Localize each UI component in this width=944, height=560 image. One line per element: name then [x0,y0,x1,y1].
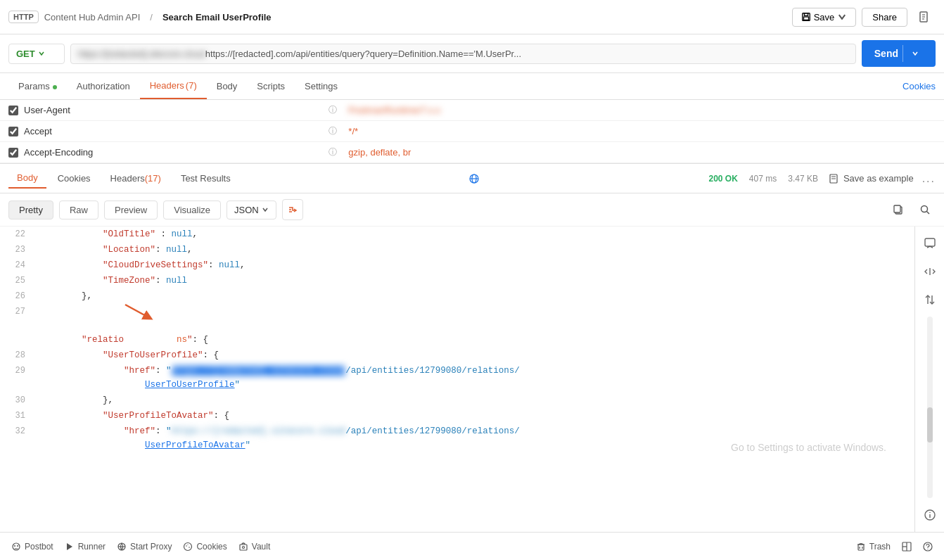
tab-headers[interactable]: Headers(7) [140,73,207,99]
svg-point-28 [17,545,18,547]
code-line-31: 31 "UserProfileToAvatar": { [0,408,914,424]
tab-settings[interactable]: Settings [295,74,347,98]
svg-point-34 [189,547,191,548]
more-options-button[interactable]: ... [922,172,936,185]
url-bar: GET https://[redacted].sitecore.cloudhtt… [0,34,944,73]
format-raw-button[interactable]: Raw [59,201,98,219]
tab-scripts[interactable]: Scripts [247,74,295,98]
vault-icon [238,542,248,552]
top-bar: HTTP Content Hub Admin API / Search Emai… [0,0,944,34]
code-line-22: 22 "OldTitle" : null, [0,227,914,242]
save-label: Save [814,12,835,23]
vault-button[interactable]: Vault [238,542,270,552]
svg-rect-1 [804,13,808,16]
sidebar-chat-icon[interactable] [919,232,941,255]
wrap-toggle-button[interactable] [282,199,303,220]
svg-point-33 [186,545,188,547]
send-label: Send [874,48,898,59]
header-checkbox-useragent[interactable] [8,106,18,115]
header-checkbox-accept[interactable] [8,127,18,136]
svg-line-18 [927,212,930,215]
format-json-select[interactable]: JSON [227,201,276,219]
sidebar-info-icon[interactable] [919,504,941,526]
share-button[interactable]: Share [862,8,907,27]
header-info-useragent: ⓘ [323,104,343,116]
svg-rect-19 [925,238,935,246]
start-proxy-button[interactable]: Start Proxy [117,542,172,552]
format-preview-button[interactable]: Preview [104,201,158,219]
runner-button[interactable]: Runner [65,542,106,552]
save-example-label: Save as example [843,173,914,184]
sidebar-scrollbar-thumb[interactable] [927,407,933,443]
send-caret-icon[interactable] [907,48,923,59]
cookies-bottom-button[interactable]: Cookies [183,542,227,552]
layout-button[interactable] [902,542,912,552]
postbot-icon [11,542,21,552]
format-visualize-button[interactable]: Visualize [163,201,221,219]
resp-tab-test-results[interactable]: Test Results [172,169,239,188]
header-key-accept-encoding: Accept-Encoding [24,147,317,158]
tab-authorization[interactable]: Authorization [67,74,140,98]
headers-table: User-Agent ⓘ PostmanRuntime/7.x.x Accept… [0,100,944,164]
sidebar-scroll-area [927,317,933,498]
send-divider [902,45,903,62]
breadcrumb-parent[interactable]: Content Hub Admin API [44,12,141,23]
wrap-icon [287,204,298,215]
http-badge: HTTP [8,11,39,23]
method-select[interactable]: GET [8,44,65,64]
url-input[interactable]: https://[redacted].sitecore.cloudhttps:/… [70,44,856,64]
tab-params[interactable]: Params [8,74,67,98]
resp-tab-headers[interactable]: Headers(17) [102,169,170,188]
proxy-icon [117,542,127,552]
header-info-accept: ⓘ [323,125,343,137]
header-checkbox-accept-encoding[interactable] [8,148,18,158]
response-bar: Body Cookies Headers(17) Test Results 20… [0,164,944,193]
trash-button[interactable]: Trash [856,542,891,552]
header-row-useragent: User-Agent ⓘ PostmanRuntime/7.x.x [0,100,944,121]
runner-icon [65,542,75,552]
header-key-accept: Accept [24,126,317,136]
postbot-button[interactable]: Postbot [11,542,53,552]
tab-body[interactable]: Body [207,74,248,98]
docs-icon[interactable] [913,6,936,28]
svg-marker-29 [67,543,72,550]
save-button[interactable]: Save [792,8,857,27]
code-line-29: 29 "href": "https://[redacted].sitecore.… [0,363,914,393]
svg-point-37 [242,546,244,548]
resp-tab-cookies[interactable]: Cookies [49,169,99,188]
response-body[interactable]: 22 "OldTitle" : null, 23 "Location": nul… [0,227,914,532]
format-pretty-button[interactable]: Pretty [8,201,53,219]
svg-point-45 [927,548,928,549]
bottom-bar: Postbot Runner Start Proxy Cookies Vault… [0,532,944,560]
windows-watermark: Go to Settings to activate Windows. [731,442,886,453]
search-button[interactable] [914,199,936,220]
save-example-button[interactable]: Save as example [829,173,914,184]
cookies-icon [183,542,193,552]
cookies-link[interactable]: Cookies [902,81,936,91]
help-icon [923,542,933,552]
svg-rect-36 [240,545,247,550]
layout-icon [902,542,912,552]
code-line-24: 24 "CloudDriveSettings": null, [0,257,914,273]
format-bar: Pretty Raw Preview Visualize JSON [0,193,944,227]
code-line-26: 26 }, [0,288,914,304]
help-button[interactable] [923,542,933,552]
header-row-accept: Accept ⓘ */* [0,121,944,142]
code-line-28: 28 "UserToUserProfile": { [0,348,914,363]
code-line-25: 25 "TimeZone": null [0,273,914,288]
content-area: 22 "OldTitle" : null, 23 "Location": nul… [0,227,914,532]
header-value-accept: */* [348,126,936,136]
resp-tab-body[interactable]: Body [8,168,46,189]
svg-rect-16 [894,205,900,212]
header-row-accept-encoding: Accept-Encoding ⓘ gzip, deflate, br [0,142,944,163]
header-key-useragent: User-Agent [24,105,317,115]
svg-point-27 [14,545,15,547]
arrow-annotation [124,303,159,323]
header-value-useragent: PostmanRuntime/7.x.x [348,105,936,115]
header-value-accept-encoding: gzip, deflate, br [348,147,936,158]
json-caret-icon [262,206,269,213]
sidebar-code-icon[interactable] [919,260,941,283]
sidebar-arrows-icon[interactable] [919,288,941,311]
send-button[interactable]: Send [862,40,936,67]
copy-button[interactable] [888,199,909,220]
